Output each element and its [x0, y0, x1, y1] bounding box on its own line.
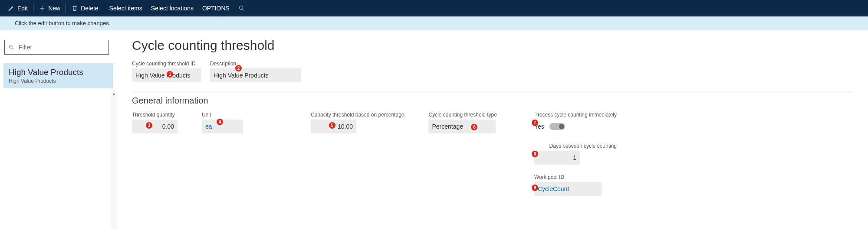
annotation-badge-1: 1: [167, 71, 173, 78]
delete-button[interactable]: Delete: [67, 0, 102, 16]
scroll-up-icon[interactable]: ▴: [111, 91, 117, 96]
scrollbar[interactable]: ▴: [111, 91, 117, 229]
field-days-between: Days between cycle counting 1 8: [534, 143, 617, 165]
header-fields: Cycle counting threshold ID High Value P…: [132, 61, 854, 82]
page-title: Cycle counting threshold: [132, 38, 854, 53]
search-icon: [238, 5, 245, 12]
sidebar-item-title: High Value Products: [9, 68, 108, 77]
edit-button[interactable]: Edit: [3, 0, 32, 16]
label: Days between cycle counting: [534, 143, 617, 149]
label: Process cycle counting immediately: [534, 112, 617, 118]
trash-icon: [71, 5, 78, 12]
field-threshold-qty: Threshold quantity 0.00 3: [132, 112, 178, 133]
annotation-badge-7: 7: [532, 120, 538, 126]
options-label: OPTIONS: [202, 5, 230, 12]
value[interactable]: 1: [534, 151, 580, 165]
col-type: Cycle counting threshold type Percentage…: [428, 112, 496, 133]
value[interactable]: CycleCount: [534, 182, 602, 196]
field-id-label: Cycle counting threshold ID: [132, 61, 201, 67]
value[interactable]: 0.00: [132, 120, 178, 133]
field-desc-value[interactable]: High Value Products: [210, 68, 301, 82]
separator: [33, 3, 33, 13]
search-button[interactable]: [234, 0, 250, 16]
field-id: Cycle counting threshold ID High Value P…: [132, 61, 201, 82]
edit-label: Edit: [17, 5, 28, 12]
annotation-badge-9: 9: [532, 185, 538, 191]
field-work-pool: Work pool ID CycleCount 9: [534, 174, 617, 196]
svg-point-0: [240, 6, 243, 10]
select-locations-label: Select locations: [151, 5, 194, 12]
sidebar-item-high-value-products[interactable]: High Value Products High Value Products: [3, 63, 113, 88]
pencil-icon: [8, 5, 15, 12]
sidebar-item-sub: High Value Products: [9, 78, 108, 84]
field-capacity: Capacity threshold based on percentage 1…: [311, 112, 404, 133]
annotation-badge-5: 5: [329, 122, 335, 129]
annotation-badge-3: 3: [146, 122, 152, 129]
label: Capacity threshold based on percentage: [311, 112, 404, 118]
select-items-button[interactable]: Select items: [105, 0, 147, 16]
annotation-badge-2: 2: [235, 65, 242, 71]
main: High Value Products High Value Products …: [0, 30, 868, 229]
toggle-switch[interactable]: [549, 123, 565, 130]
content: Cycle counting threshold Cycle counting …: [117, 30, 868, 229]
section-title: General information: [132, 91, 854, 106]
select-locations-button[interactable]: Select locations: [147, 0, 198, 16]
toggle-knob: [559, 124, 564, 129]
col-capacity: Capacity threshold based on percentage 1…: [311, 112, 404, 133]
col-unit: Unit ea 4: [202, 112, 243, 133]
value[interactable]: Percentage: [428, 120, 496, 133]
field-desc-label: Description: [210, 61, 301, 67]
plus-icon: [39, 5, 46, 12]
field-process-immediate: Process cycle counting immediately Yes 7: [534, 112, 617, 133]
col-right: Process cycle counting immediately Yes 7…: [534, 112, 617, 196]
delete-label: Delete: [81, 5, 98, 12]
separator: [66, 3, 66, 13]
label: Unit: [202, 112, 243, 118]
toolbar: Edit New Delete Select items Select loca…: [0, 0, 868, 16]
annotation-badge-8: 8: [532, 151, 538, 157]
label: Work pool ID: [534, 174, 617, 180]
sidebar: High Value Products High Value Products …: [0, 30, 117, 229]
search-icon: [8, 44, 14, 50]
annotation-badge-4: 4: [217, 119, 223, 125]
separator: [104, 3, 104, 13]
col-threshold-qty: Threshold quantity 0.00 3: [132, 112, 178, 133]
select-items-label: Select items: [109, 5, 142, 12]
filter-box[interactable]: [4, 40, 109, 55]
info-text: Click the edit button to make changes.: [15, 20, 110, 26]
info-bar: Click the edit button to make changes.: [0, 16, 868, 30]
new-button[interactable]: New: [34, 0, 65, 16]
field-desc: Description High Value Products 2: [210, 61, 301, 82]
svg-point-1: [9, 45, 12, 48]
label: Cycle counting threshold type: [428, 112, 496, 118]
new-label: New: [48, 5, 60, 12]
options-button[interactable]: OPTIONS: [198, 0, 234, 16]
field-unit: Unit ea 4: [202, 112, 243, 133]
general-grid: Threshold quantity 0.00 3 Unit ea 4: [132, 112, 854, 196]
filter-input[interactable]: [18, 43, 105, 51]
label: Threshold quantity: [132, 112, 178, 118]
field-type: Cycle counting threshold type Percentage…: [428, 112, 496, 133]
